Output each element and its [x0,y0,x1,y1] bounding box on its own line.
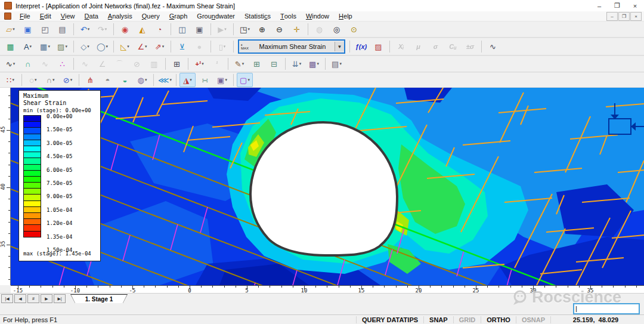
query-datatips-icon[interactable]: ∴ [54,57,70,71]
dimension-icon[interactable]: ⇗▾ [151,39,168,54]
tab-nav-prev[interactable]: ◀ [14,294,26,303]
chevron-down-icon: ▾ [65,44,67,49]
tab-nav-first[interactable]: |◀ [1,294,13,303]
restore-button[interactable]: ❐ [608,1,626,11]
menu-analysis[interactable]: Analysis [103,11,137,21]
data-type-dropdown-arrow[interactable]: ▼ [335,42,344,51]
status-toggle-snap[interactable]: SNAP [423,316,453,323]
tab-nav-last[interactable]: ▶| [54,294,66,303]
menu-tools[interactable]: Tools [275,11,301,21]
mdi-minimize-button[interactable]: – [606,12,618,21]
y-ruler-tick [8,256,10,257]
contour-options-icon[interactable]: ◭ [134,22,150,36]
zoom-extents-icon[interactable]: ◳▾ [237,22,253,36]
tab-stage-1[interactable]: 1. Stage 1 [70,294,128,303]
report-icon[interactable]: ▤▾ [329,57,345,71]
material-view-icon[interactable]: ◓ [100,73,116,87]
open-icon[interactable]: ▱▾ [2,22,18,36]
data-type-select[interactable]: εMAXMaximum Shear Strain▼ [238,39,345,54]
print-preview-icon[interactable]: ◰ [37,22,53,36]
add-boundary-query-icon[interactable]: ∩ [20,57,36,71]
measure-icon[interactable]: ◺▾ [117,39,133,54]
draw-ellipse-icon[interactable]: ◯▾ [94,39,110,54]
legend-entry-label: 1.50e-05 [47,126,72,132]
mdi-close-button[interactable]: × [630,12,642,21]
add-boundary-icon[interactable]: ⊞ [249,57,265,71]
menu-window[interactable]: Window [301,11,334,21]
delete-material-query-icon: ¹ [209,57,225,71]
toolbar-separator [153,74,154,86]
y-ruler-tick [8,267,10,268]
y-ruler-label: 45 [0,126,6,133]
save-icon[interactable]: ▣ [20,22,36,36]
undo-icon[interactable]: ↶▾ [77,22,93,36]
menu-edit[interactable]: Edit [35,11,56,21]
print-icon[interactable]: ▤ [54,22,70,36]
joint-conditions-icon[interactable]: ⋔ [82,73,98,87]
menu-graph[interactable]: Graph [165,11,193,21]
close-button[interactable]: × [626,1,644,11]
chart-axes-icon[interactable]: ⊞ [169,57,185,71]
y-ruler-label: 40 [0,184,6,190]
draw-polyline-icon[interactable]: ◇▾ [77,39,93,54]
support-display-icon[interactable]: ◍▾ [134,73,150,87]
joint-histogram-icon[interactable]: ∿ [485,39,501,54]
yielded-bolts-icon[interactable]: ∺ [197,73,213,87]
mesh-display-icon[interactable]: ▩▾ [306,57,322,71]
deformed-mesh-icon[interactable]: ◌▾ [25,73,41,87]
play-animation-icon: ▶▾ [214,22,230,36]
excavation-outline-icon[interactable]: ∩▾ [42,73,58,87]
edit-boundary-icon[interactable]: ✎▾ [231,57,247,71]
zoom-selection-icon[interactable]: ⊙ [346,22,362,36]
remove-boundary-icon[interactable]: ⊟ [266,57,282,71]
dial-icon[interactable]: ◔ [151,22,168,36]
add-image-icon[interactable]: ▨▾ [54,39,70,54]
annotation-text-input[interactable]: | [573,303,640,314]
x-ruler-tick [579,286,580,288]
minimize-button[interactable]: – [590,1,608,11]
joints-display-icon[interactable]: ⊘▾ [60,73,76,87]
status-toggle-query-datatips[interactable]: QUERY DATATIPS [356,316,423,323]
yielded-liners-icon[interactable]: ▣▾ [214,73,230,87]
legend-max-label: max (stage): 1.45e-04 [23,251,91,257]
menu-view[interactable]: View [56,11,80,21]
yielded-joints-icon[interactable]: ◮▾ [179,73,196,87]
water-table-icon[interactable]: ⊻ [174,39,190,54]
add-text-icon[interactable]: A▾ [20,39,36,54]
menu-help[interactable]: Help [334,11,357,21]
material-properties-icon[interactable]: ▨ [370,39,386,54]
show-displacements-icon[interactable]: ∷▾ [2,73,18,87]
zoom-window-icon[interactable]: ◎ [329,22,345,36]
contour-view-icon[interactable]: ◒ [117,73,133,87]
status-toggle-grid[interactable]: GRID [453,316,481,323]
menu-groundwater[interactable]: Groundwater [192,11,240,21]
screen-capture-icon[interactable]: ▣ [191,22,208,36]
add-line-query-icon[interactable]: ∿▾ [2,57,18,71]
result-arrows-icon[interactable]: ⇊▾ [289,57,305,71]
tab-nav-list[interactable]: # [27,294,39,303]
y-ruler-tick [7,187,10,188]
menu-file[interactable]: File [15,11,35,21]
user-function-icon[interactable]: ƒ(x) [353,39,369,54]
flow-vectors-icon[interactable]: ⋘▾ [157,73,173,87]
status-toggle-osnap[interactable]: OSNAP [516,316,550,323]
contour-labels-icon[interactable]: ▦ [2,39,18,54]
pan-icon[interactable]: ✛ [289,22,305,36]
add-material-query-icon[interactable]: +¹▾ [191,57,208,71]
menu-query[interactable]: Query [137,11,165,21]
zoom-in-icon[interactable]: ⊕ [254,22,270,36]
mdi-restore-button[interactable]: ❐ [618,12,630,21]
angle-icon[interactable]: ∠▾ [134,39,150,54]
add-table-icon[interactable]: ▦▾ [37,39,53,54]
model-view-canvas[interactable] [11,88,644,285]
zoom-out-icon[interactable]: ⊖ [271,22,287,36]
legend-entry-label: 1.05e-04 [47,207,72,213]
legend-title-line1: Maximum [23,92,48,99]
highlight-boundary-icon[interactable]: ▢▾ [237,73,253,87]
split-view-icon[interactable]: ◫ [174,22,190,36]
status-toggle-ortho[interactable]: ORTHO [481,316,516,323]
menu-data[interactable]: Data [80,11,103,21]
menu-statistics[interactable]: Statistics [240,11,275,21]
contour-colors-icon[interactable]: ◉ [117,22,133,36]
tab-nav-next[interactable]: ▶ [41,294,52,303]
